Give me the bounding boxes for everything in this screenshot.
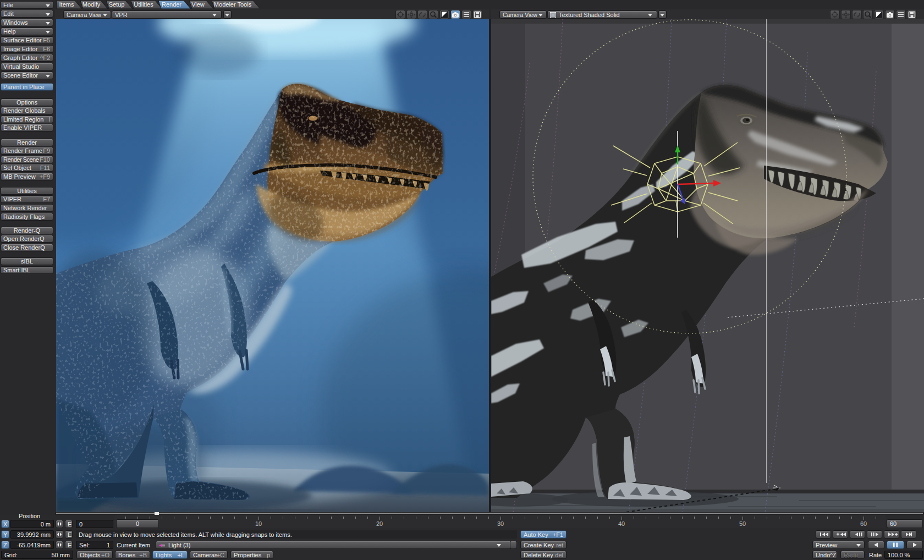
svg-text:Render: Render (162, 1, 182, 8)
svg-text:T: T (552, 13, 554, 17)
svg-text:Setup: Setup (109, 1, 125, 8)
svg-text:View: View (191, 1, 205, 8)
svg-text:Modify: Modify (82, 1, 101, 8)
svg-text:Modeler Tools: Modeler Tools (214, 1, 252, 8)
svg-text:Utilities: Utilities (134, 1, 153, 8)
svg-text:Items: Items (59, 1, 74, 8)
